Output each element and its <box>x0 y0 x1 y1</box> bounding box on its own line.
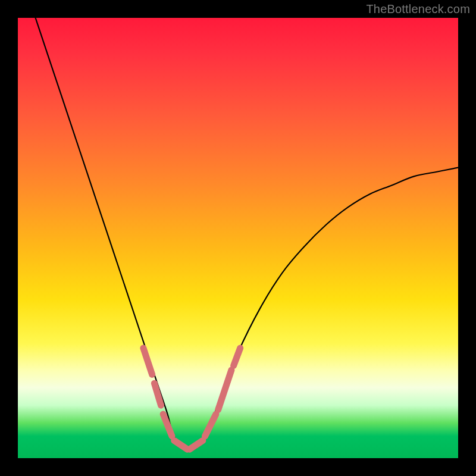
highlight-dash <box>174 440 187 449</box>
highlight-dash <box>143 348 152 374</box>
highlight-dash <box>163 414 172 436</box>
chart-frame: TheBottleneck.com <box>0 0 476 476</box>
curve-layer <box>18 18 458 458</box>
bottleneck-curve <box>36 18 458 450</box>
highlight-dash <box>190 440 203 449</box>
highlight-dash <box>154 383 161 405</box>
plot-area <box>18 18 458 458</box>
highlight-dash <box>234 348 240 366</box>
watermark-text: TheBottleneck.com <box>366 2 470 16</box>
highlight-dashes <box>143 348 240 449</box>
highlight-dash <box>205 414 217 436</box>
highlight-dash <box>218 370 231 410</box>
